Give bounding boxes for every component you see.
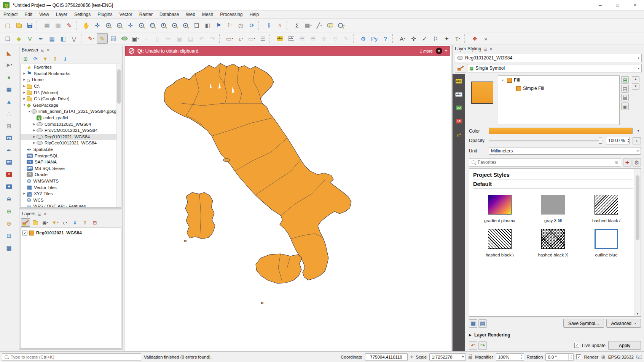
new-map-view-button[interactable]: ❏ [191,20,202,31]
new-print-layout-button[interactable]: ▤ [41,20,53,31]
spin-up-icon[interactable]: ▲ [520,354,522,357]
locator-bar[interactable] [2,353,141,361]
menu-help[interactable]: Help [246,11,263,18]
menu-view[interactable]: View [36,11,53,18]
spin-down-icon[interactable]: ▼ [570,357,572,360]
browser-item-spatialite[interactable]: ✒SpatiaLite [21,146,121,153]
labels-tab-button[interactable]: abc [454,77,464,85]
current-edits-button[interactable]: ✎▾ [86,33,97,44]
svg-annotation-button[interactable]: ✦ [441,33,452,44]
expand-arrow-icon[interactable]: ▶ [22,78,27,81]
close-panel-icon[interactable]: ✕ [46,48,49,52]
vertex-tool-button[interactable]: ▣▾ [130,33,141,44]
spin-up-icon[interactable]: ▲ [627,138,629,141]
list-view-button[interactable]: ▤ [478,319,487,328]
refresh-browser-button[interactable]: ⟳ [31,54,40,63]
browser-properties-button[interactable]: ℹ [61,54,70,63]
live-update-checkbox[interactable] [574,343,579,348]
add-wms-layer-button[interactable]: ⊕ [3,194,14,204]
move-symbol-up-button[interactable]: ▲ [632,76,639,82]
cut-features-button[interactable]: ✂ [163,33,174,44]
expand-all-button[interactable]: ⇓ [70,218,80,227]
new-3d-map-view-button[interactable]: ◧ [202,20,213,31]
undo-style-button[interactable]: ↶ [469,341,477,350]
add-group-button[interactable] [31,218,40,227]
expand-arrow-icon[interactable]: ▶ [22,72,27,75]
italy-map[interactable] [124,45,452,352]
maximize-button[interactable]: □ [609,0,626,11]
toggle-editing-button[interactable]: ✎ [97,33,108,44]
extents-toggle-icon[interactable]: ⌖ [410,354,413,360]
filter-legend-button[interactable]: ▼▾ [51,218,60,227]
messages-log-icon[interactable] [636,355,642,359]
select-features-button[interactable]: ▭▾ [224,33,235,44]
html-annotation-button[interactable]: ⚐ [430,33,441,44]
style-gradient-plasma[interactable]: gradient plasma [473,195,526,223]
close-button[interactable]: ✕ [626,0,644,11]
add-postgis-layer-button[interactable]: Pg [3,133,14,143]
zoom-in-button[interactable]: + [103,20,114,31]
add-spatialite-layer-button[interactable]: ✒ [3,145,14,155]
browser-item-favorites[interactable]: ★Favorites [21,64,121,70]
browser-item-c[interactable]: ▶C:\ [21,83,121,90]
expand-arrow-icon[interactable]: ▶ [22,85,27,88]
open-data-source-manager-button[interactable]: ❏ [2,33,13,44]
save-project-button[interactable] [24,20,35,31]
expand-arrow-icon[interactable]: ▶ [22,91,27,94]
toolbar-overflow-button[interactable]: » [480,33,491,44]
change-label-properties-button[interactable]: ✎ [341,33,352,44]
spin-down-icon[interactable]: ▼ [520,357,522,360]
browser-item-vector-tiles[interactable]: ▦Vector Tiles [21,184,121,191]
add-symbol-layer-button[interactable]: ⊞ [621,76,629,84]
add-arcgis-layer-button[interactable]: ⊞ [3,230,14,241]
menu-vector[interactable]: Vector [116,11,136,18]
opacity-slider-handle[interactable] [599,138,602,144]
add-vector-tile-layer-button[interactable]: ▩ [3,242,14,253]
show-spatial-bookmarks-button[interactable]: ⚐ [224,20,235,31]
add-wcs-layer-button[interactable]: ⊕ [3,206,14,216]
style-options-button[interactable]: ⚙ [633,158,641,167]
open-style-manager-button[interactable]: ✦ [623,158,631,167]
copy-features-button[interactable]: ▣ [174,33,185,44]
expand-arrow-icon[interactable]: ▶ [32,129,37,132]
layer-item-reg01012021-wgs84[interactable]: Reg01012021_WGS84 [21,229,121,237]
close-panel-icon[interactable]: ✕ [489,47,493,51]
zoom-last-button[interactable]: ◂ [169,20,180,31]
zoom-next-button[interactable]: ▸ [180,20,191,31]
close-message-icon[interactable]: ✕ [436,48,442,54]
crs-globe-icon[interactable]: ⊕ [601,354,606,360]
sicily[interactable] [256,254,302,284]
open-project-button[interactable] [13,20,24,31]
add-hana-layer-button[interactable]: H [3,181,14,192]
add-polygon-feature-button[interactable] [119,33,130,44]
italy-mainland[interactable] [164,63,351,280]
expand-arrow-icon[interactable]: ▶ [32,135,37,138]
new-mesh-layer-button[interactable]: ◧ [57,33,69,44]
new-geopackage-layer-button[interactable]: ◆ [13,33,24,44]
new-spatialite-layer-button[interactable]: ✒ [35,33,46,44]
menu-web[interactable]: Web [182,11,198,18]
spin-down-icon[interactable]: ▼ [627,141,629,143]
locator-input[interactable] [11,355,139,359]
menu-settings[interactable]: Settings [71,11,94,18]
browser-item-reg01012021-wgs84[interactable]: ▶Reg01012021_WGS84 [21,134,121,140]
rotation-spinbox[interactable]: 0.0 ° ▲▼ [545,353,574,361]
pantelleria-island[interactable] [261,302,263,304]
browser-item-geopackage[interactable]: ▼◆GeoPackage [21,102,121,109]
expand-arrow-icon[interactable]: ▶ [32,141,37,144]
expand-arrow-icon[interactable]: ▶ [22,97,27,100]
layer-rendering-section[interactable]: ▶ Layer Rendering [469,332,641,338]
browser-scrollbar[interactable] [116,64,121,207]
clear-search-icon[interactable]: ⊗ [615,160,618,165]
deselect-all-button[interactable]: ▭▾ [246,33,257,44]
history-tab-button[interactable]: ⇄ [454,130,464,139]
refresh-map-button[interactable]: ⟳ [246,20,257,31]
browser-item-ripgeo01012021-wgs84[interactable]: ▶RipGeo01012021_WGS84 [21,140,121,146]
collapse-arrow-icon[interactable]: ▼ [27,110,32,113]
modify-attributes-button[interactable]: ≡ [141,33,152,44]
lock-scale-icon[interactable] [469,354,472,359]
styles-scrollbar[interactable]: ▼ [634,169,640,316]
temporal-controller-button[interactable]: ◷ [235,20,246,31]
expand-arrow-icon[interactable]: ▶ [469,333,472,337]
style-gray-3-fill[interactable]: gray 3 fill [526,195,580,223]
